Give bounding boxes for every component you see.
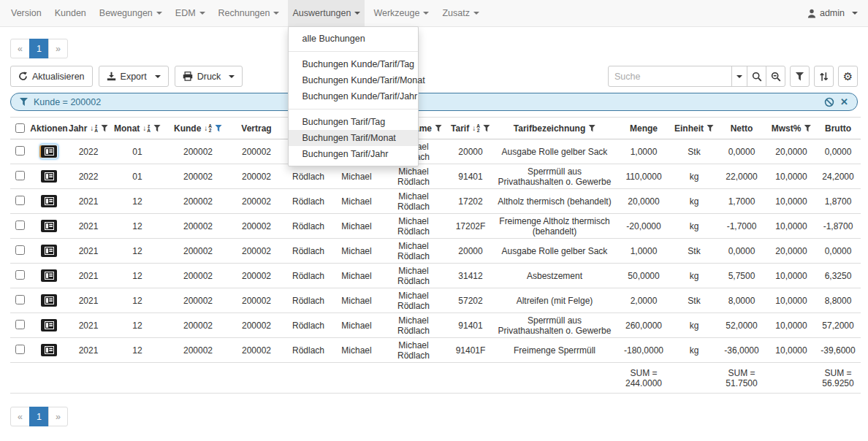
close-icon[interactable]: ✕	[840, 96, 848, 107]
cell-vertrag: 200002	[229, 313, 283, 338]
row-checkbox[interactable]	[15, 245, 25, 255]
refresh-button[interactable]: Aktualisieren	[10, 66, 93, 87]
row-action-button[interactable]	[41, 294, 57, 307]
row-action-button[interactable]	[41, 220, 57, 232]
nav-item-werkzeuge[interactable]: Werkzeuge	[369, 0, 433, 26]
export-button[interactable]: Export	[99, 66, 169, 87]
col-header-einheit[interactable]: Einheit	[672, 118, 716, 139]
sort-icon-jahr[interactable]: ↓zA	[90, 124, 98, 132]
row-action-button[interactable]	[41, 269, 57, 282]
col-header-menge[interactable]: Menge	[615, 118, 672, 139]
dropdown-item[interactable]: Buchungen Tarif/Monat	[289, 130, 418, 146]
nav-item-zusatz[interactable]: Zusatz	[438, 0, 484, 26]
filter-icon-mwst[interactable]	[804, 125, 811, 132]
pagination-page-1[interactable]: 1	[29, 407, 49, 426]
row-checkbox[interactable]	[15, 320, 25, 329]
nav-item-label: Werkzeuge	[373, 8, 419, 18]
row-checkbox[interactable]	[15, 171, 25, 180]
filter-icon-jahr[interactable]	[101, 125, 108, 132]
row-action-button[interactable]	[41, 195, 57, 207]
cell-mwst: 10,0000	[767, 214, 815, 239]
cell-monat: 01	[108, 164, 167, 189]
col-header-tarifbezeichnung[interactable]: Tarifbezeichnung	[494, 118, 615, 139]
filter-icon-einheit[interactable]	[707, 125, 714, 132]
sort-icon-tarif[interactable]: ↓A2	[472, 124, 480, 132]
col-header-monat[interactable]: Monat↓zA	[108, 118, 167, 139]
col-header-mwst[interactable]: Mwst%	[767, 118, 815, 139]
nav-item-rechnungen[interactable]: Rechnungen	[214, 0, 284, 26]
pagination-prev[interactable]: «	[10, 39, 30, 58]
nav-item-version[interactable]: Version	[7, 0, 46, 26]
row-checkbox[interactable]	[15, 196, 25, 205]
pagination-prev[interactable]: «	[10, 407, 30, 426]
pagination-bottom: « 1 »	[10, 407, 68, 426]
row-checkbox[interactable]	[15, 345, 25, 354]
nav-item-auswertungen[interactable]: Auswertungenalle BuchungenBuchungen Kund…	[288, 0, 365, 26]
cell-netto: -36,0000	[716, 338, 767, 363]
row-action-button[interactable]	[41, 145, 57, 158]
row-action-button[interactable]	[41, 344, 57, 356]
col-header-netto[interactable]: Netto	[716, 118, 767, 139]
filter-icon-kunde[interactable]	[215, 125, 222, 132]
col-header-vertrag[interactable]: Vertrag	[229, 118, 283, 139]
row-checkbox[interactable]	[15, 146, 25, 156]
dropdown-item[interactable]: Buchungen Kunde/Tarif/Tag	[289, 56, 418, 72]
search-input[interactable]	[608, 66, 732, 87]
col-header-tarif[interactable]: Tarif↓A2	[447, 118, 494, 139]
sort-button[interactable]	[814, 66, 834, 87]
clear-search-button[interactable]	[766, 66, 785, 87]
cell-mwst: 10,0000	[767, 313, 815, 338]
dropdown-item[interactable]: alle Buchungen	[289, 31, 418, 47]
sort-icon-monat[interactable]: ↓zA	[142, 124, 151, 132]
pagination-next[interactable]: »	[48, 407, 68, 426]
nav-item-bewegungen[interactable]: Bewegungen	[95, 0, 167, 26]
cell-liefername: Michael Rödlach	[380, 214, 447, 239]
cell-vorname: Michael	[333, 189, 380, 214]
cell-tarif: 91401F	[447, 338, 494, 363]
select-all-checkbox[interactable]	[15, 123, 25, 133]
nav-item-label: EDM	[175, 8, 196, 18]
pagination-page-1[interactable]: 1	[29, 39, 49, 58]
cell-vorname: Michael	[333, 313, 380, 338]
row-action-button[interactable]	[41, 170, 57, 183]
row-action-button[interactable]	[41, 245, 57, 257]
nav-item-kunden[interactable]: Kunden	[50, 0, 91, 26]
cell-liefername: Michael Rödlach	[380, 164, 447, 189]
filter-icon-tarifbezeichnung[interactable]	[588, 125, 595, 132]
filter-icon-liefername[interactable]	[435, 125, 442, 132]
nav-item-edm[interactable]: EDM	[171, 0, 210, 26]
row-checkbox[interactable]	[15, 295, 25, 304]
dropdown-item[interactable]: Buchungen Tarif/Jahr	[289, 146, 418, 162]
pagination-next[interactable]: »	[48, 39, 68, 58]
row-checkbox[interactable]	[15, 270, 25, 280]
table-row: 202112200002200002RödlachMichaelMichael …	[10, 214, 861, 239]
cell-vertrag: 200002	[229, 239, 283, 264]
settings-button[interactable]: ⚙	[838, 66, 858, 87]
chevron-down-icon	[354, 12, 360, 15]
cell-einheit: kg	[672, 189, 716, 214]
col-header-aktionen[interactable]: Aktionen	[29, 118, 69, 139]
dropdown-item[interactable]: Buchungen Kunde/Tarif/Monat	[289, 72, 418, 88]
ban-icon[interactable]	[824, 97, 834, 107]
sum-cell-name	[283, 363, 333, 394]
col-header-brutto[interactable]: Brutto	[815, 118, 861, 139]
filter-icon-tarif[interactable]	[483, 125, 490, 132]
filter-icon-monat[interactable]	[153, 125, 161, 132]
search-dropdown-button[interactable]	[731, 66, 747, 87]
export-icon	[107, 72, 116, 81]
dropdown-item[interactable]: Buchungen Tarif/Tag	[289, 114, 418, 130]
row-action-button[interactable]	[41, 319, 57, 331]
cell-select	[10, 214, 29, 239]
user-menu[interactable]: admin	[807, 0, 858, 26]
col-header-kunde[interactable]: Kunde↓A2	[167, 118, 229, 139]
col-header-jahr[interactable]: Jahr↓zA	[69, 118, 108, 139]
row-checkbox[interactable]	[15, 220, 25, 230]
cell-einheit: Stk	[672, 288, 716, 313]
print-button[interactable]: Druck	[175, 66, 243, 87]
cell-vorname: Michael	[333, 214, 380, 239]
filter-toggle-button[interactable]	[790, 66, 810, 87]
search-button[interactable]	[747, 66, 766, 87]
dropdown-item[interactable]: Buchungen Kunde/Tarif/Jahr	[289, 88, 418, 104]
cell-jahr: 2021	[69, 288, 108, 313]
sort-icon-kunde[interactable]: ↓A2	[204, 124, 212, 132]
